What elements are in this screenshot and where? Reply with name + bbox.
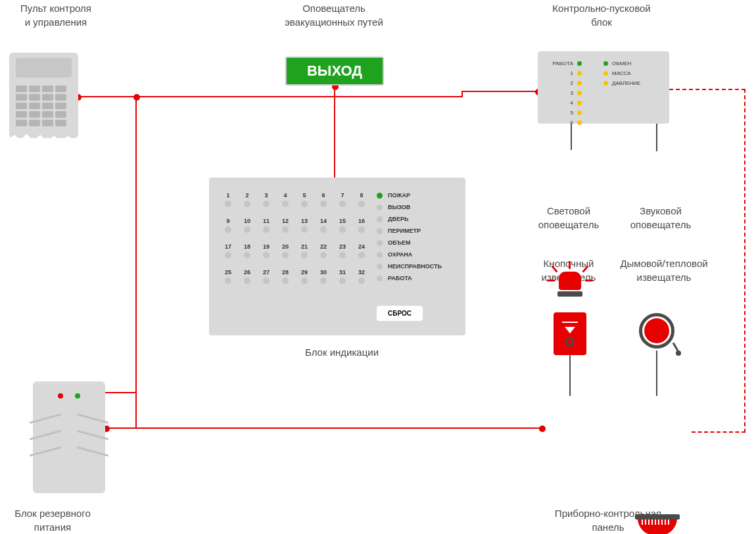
wire-thin [571, 124, 572, 150]
indication-cell: 26 [241, 269, 253, 284]
wire-dashed [744, 89, 745, 433]
indication-cell: 9 [222, 218, 234, 233]
indication-cell: 11 [260, 218, 272, 233]
status-row: НЕИСПРАВНОСТЬ [377, 263, 452, 270]
indication-cell: 12 [279, 218, 291, 233]
indication-cell: 14 [318, 218, 329, 233]
label-exit: Оповещательэвакуационных путей [268, 1, 400, 29]
indication-cell: 25 [222, 269, 234, 284]
clb-row: 1 [547, 70, 603, 76]
led-icon [577, 120, 582, 125]
status-row: РАБОТА [377, 275, 452, 281]
label-keypad: Пульт контроляи управления [7, 1, 105, 29]
device-indication: 1234567891011121314151617181920212223242… [209, 178, 465, 335]
label-smoke-det: Дымовой/тепловойизвещатель [615, 256, 713, 284]
clb-row: МАССА [603, 70, 660, 76]
indication-cell: 20 [279, 243, 291, 258]
clb-row: 4 [547, 100, 603, 106]
indication-cell: 17 [222, 243, 234, 258]
device-ups [33, 381, 105, 493]
wire [135, 427, 542, 429]
device-smoke-detector [638, 518, 677, 534]
wire [105, 392, 137, 393]
device-exit-sign: ВЫХОД [285, 57, 384, 85]
wire-thin [569, 355, 571, 396]
device-light-alarm [547, 260, 593, 306]
led-green [75, 393, 80, 399]
indication-cell: 24 [356, 243, 367, 258]
clb-row: ОБМЕН [603, 61, 660, 66]
led-icon [577, 110, 582, 115]
indication-cell: 27 [260, 269, 272, 284]
wire [135, 392, 137, 429]
status-row: ВЫЗОВ [377, 204, 452, 210]
wire-dashed [692, 431, 745, 433]
led-red [58, 393, 63, 399]
led-icon [603, 61, 608, 66]
indication-cell: 29 [298, 269, 310, 284]
indication-cell: 4 [279, 192, 291, 207]
indication-cell: 7 [337, 192, 348, 207]
reset-button[interactable]: СБРОС [377, 306, 423, 321]
led-icon [577, 61, 582, 66]
wire-node [539, 425, 546, 432]
indication-cell: 6 [318, 192, 329, 207]
exit-sign-text: ВЫХОД [285, 57, 384, 85]
wire-dashed [669, 89, 745, 90]
device-control-launch: РАБОТА123456 ОБМЕНМАССАДАВЛЕНИЕ [538, 51, 669, 124]
indication-cell: 18 [241, 243, 253, 258]
wire-thin [656, 351, 657, 396]
clb-row: ДАВЛЕНИЕ [603, 80, 660, 86]
indication-cell: 16 [356, 218, 367, 233]
wire [334, 85, 335, 178]
indication-cell: 10 [241, 218, 253, 233]
indication-cell: 28 [279, 269, 291, 284]
clb-row: 6 [547, 120, 603, 126]
clb-row: 3 [547, 90, 603, 96]
wire [461, 91, 538, 92]
led-icon [603, 81, 608, 85]
indication-cell: 21 [298, 243, 310, 258]
device-sound-alarm [634, 308, 680, 354]
indication-cell: 2 [241, 192, 253, 207]
led-icon [577, 101, 582, 105]
clb-row: РАБОТА [547, 61, 603, 66]
indication-cell: 15 [337, 218, 348, 233]
indication-cell: 32 [356, 269, 367, 284]
indication-cell: 19 [260, 243, 272, 258]
wire [135, 96, 137, 392]
device-keypad [9, 53, 78, 138]
clb-row: 5 [547, 110, 603, 116]
status-row: ПЕРИМЕТР [377, 228, 452, 234]
indication-cell: 13 [298, 218, 310, 233]
indication-cell: 22 [318, 243, 329, 258]
indication-cell: 31 [337, 269, 348, 284]
label-indication: Блок индикации [276, 345, 408, 359]
status-row: ОХРАНА [377, 251, 452, 258]
label-sound-alarm: Звуковойоповещатель [618, 204, 703, 231]
indication-cell: 8 [356, 192, 367, 207]
led-icon [603, 71, 608, 76]
led-icon [577, 91, 582, 95]
indication-cell: 1 [222, 192, 234, 207]
label-ups: Блок резервногопитания [0, 506, 105, 534]
status-row: ПОЖАР [377, 192, 452, 199]
indication-cell: 5 [298, 192, 310, 207]
device-button-detector [554, 312, 586, 355]
led-icon [577, 81, 582, 85]
led-icon [577, 71, 582, 76]
wire [76, 96, 137, 97]
status-row: ОБЪЕМ [377, 239, 452, 246]
indication-cell: 30 [318, 269, 329, 284]
status-row: ДВЕРЬ [377, 216, 452, 222]
wire [135, 96, 463, 97]
wire-node [133, 94, 140, 101]
indication-cell: 23 [337, 243, 348, 258]
clb-row: 2 [547, 80, 603, 86]
wire [105, 427, 137, 429]
indication-cell: 3 [260, 192, 272, 207]
wire-thin [656, 124, 657, 151]
label-light-alarm: Световойоповещатель [526, 204, 611, 231]
label-clb: Контрольно-пусковойблок [526, 1, 677, 29]
